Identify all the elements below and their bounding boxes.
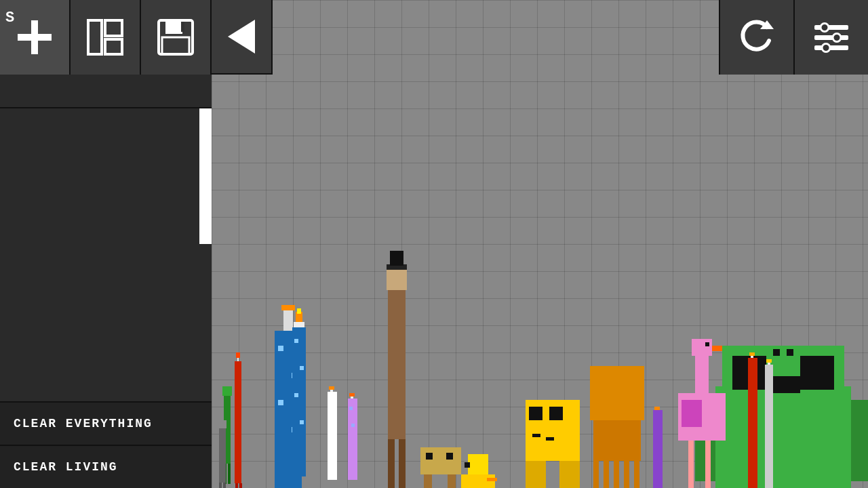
back-button[interactable] xyxy=(212,0,273,75)
svg-rect-112 xyxy=(814,35,848,40)
layout-icon xyxy=(85,17,125,58)
svg-rect-107 xyxy=(162,37,189,54)
svg-rect-106 xyxy=(165,20,182,34)
search-row: S xyxy=(0,75,212,108)
settings-icon xyxy=(811,17,852,58)
svg-rect-102 xyxy=(88,20,102,54)
save-icon xyxy=(155,17,196,58)
save-button[interactable] xyxy=(141,0,212,75)
sidebar: S CLEAR EVERYTHING CLEAR LIVING xyxy=(0,0,212,488)
top-right-toolbar xyxy=(719,0,868,75)
add-icon xyxy=(14,17,55,58)
svg-rect-101 xyxy=(18,34,52,41)
svg-rect-104 xyxy=(105,39,122,54)
back-icon xyxy=(221,16,262,57)
layout-button[interactable] xyxy=(71,0,141,75)
clear-living-button[interactable]: CLEAR LIVING xyxy=(0,445,212,488)
undo-icon xyxy=(736,17,777,58)
svg-rect-108 xyxy=(181,22,184,32)
bottom-buttons: CLEAR EVERYTHING CLEAR LIVING xyxy=(0,401,212,488)
clear-everything-button[interactable]: CLEAR EVERYTHING xyxy=(0,401,212,445)
undo-button[interactable] xyxy=(719,0,793,75)
toolbar xyxy=(0,0,212,75)
settings-button[interactable] xyxy=(793,0,868,75)
svg-rect-113 xyxy=(814,45,848,50)
svg-point-116 xyxy=(822,44,830,52)
svg-rect-103 xyxy=(105,20,122,36)
svg-marker-109 xyxy=(228,20,255,54)
svg-point-114 xyxy=(821,24,829,32)
svg-point-115 xyxy=(833,34,841,42)
scrollbar-thumb[interactable] xyxy=(199,108,212,244)
